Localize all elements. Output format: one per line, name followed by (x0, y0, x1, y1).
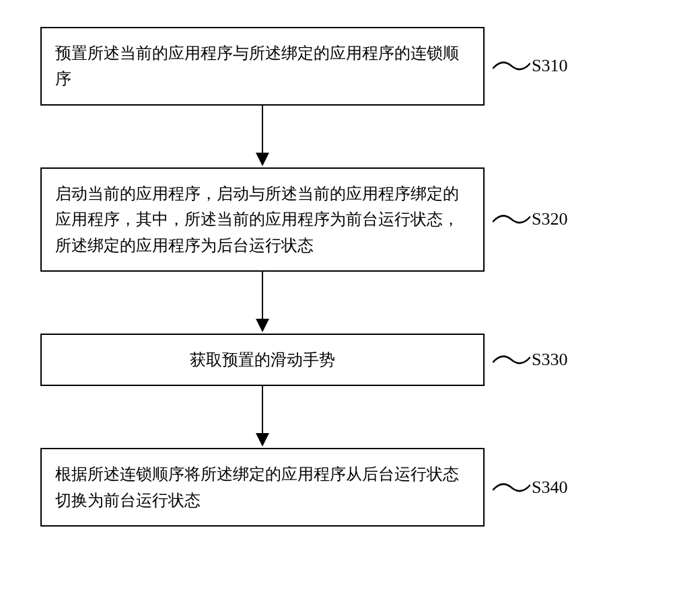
step-1-text: 预置所述当前的应用程序与所述绑定的应用程序的连锁顺序 (55, 44, 459, 87)
step-2-text: 启动当前的应用程序，启动与所述当前的应用程序绑定的应用程序，其中，所述当前的应用… (55, 185, 459, 254)
arrowhead-down-icon (256, 153, 269, 166)
step-3-text: 获取预置的滑动手势 (190, 351, 335, 369)
arrow-line-icon (262, 386, 263, 434)
step-4-box: 根据所述连锁顺序将所述绑定的应用程序从后台运行状态切换为前台运行状态 (40, 448, 485, 527)
tilde-connector-icon (493, 59, 530, 73)
step-2: 启动当前的应用程序，启动与所述当前的应用程序绑定的应用程序，其中，所述当前的应用… (40, 167, 633, 272)
flowchart-container: 预置所述当前的应用程序与所述绑定的应用程序的连锁顺序 S310 启动当前的应用程… (40, 27, 633, 527)
step-3-box: 获取预置的滑动手势 (40, 334, 485, 386)
arrowhead-down-icon (256, 433, 269, 447)
step-3: 获取预置的滑动手势 S330 (40, 334, 633, 386)
step-2-box: 启动当前的应用程序，启动与所述当前的应用程序绑定的应用程序，其中，所述当前的应用… (40, 167, 485, 272)
arrow-2 (40, 272, 485, 334)
step-3-label: S330 (532, 350, 567, 370)
step-1: 预置所述当前的应用程序与所述绑定的应用程序的连锁顺序 S310 (40, 27, 633, 106)
tilde-connector-icon (493, 213, 530, 226)
step-4-label: S340 (532, 477, 567, 498)
arrow-line-icon (262, 106, 263, 154)
step-1-label: S310 (532, 56, 567, 76)
tilde-connector-icon (493, 353, 530, 367)
arrow-3 (40, 386, 485, 448)
step-4-text: 根据所述连锁顺序将所述绑定的应用程序从后台运行状态切换为前台运行状态 (55, 465, 459, 508)
tilde-connector-icon (493, 481, 530, 494)
step-1-box: 预置所述当前的应用程序与所述绑定的应用程序的连锁顺序 (40, 27, 485, 106)
arrow-line-icon (262, 272, 263, 320)
step-4: 根据所述连锁顺序将所述绑定的应用程序从后台运行状态切换为前台运行状态 S340 (40, 448, 633, 527)
arrowhead-down-icon (256, 319, 269, 332)
step-2-label: S320 (532, 209, 567, 229)
arrow-1 (40, 106, 485, 167)
